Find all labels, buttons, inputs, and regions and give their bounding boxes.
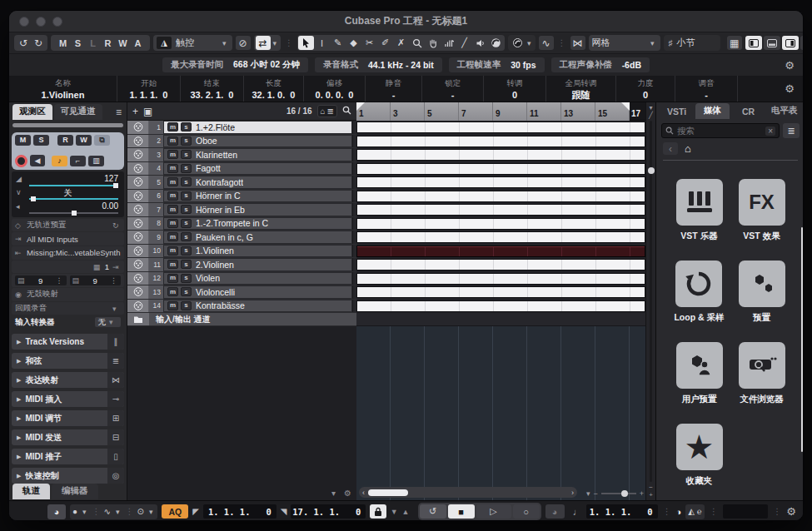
- automation-mode-dropdown[interactable]: ◮ 触控 ▾: [153, 35, 232, 51]
- info-field[interactable]: 开始 1. 1. 1. 0: [117, 76, 181, 102]
- sync-icon[interactable]: ℮: [697, 507, 702, 516]
- bank-selector[interactable]: ▤ 9 ⋮: [15, 275, 67, 285]
- inspector-section-header[interactable]: ▶ MIDI 插入 ⊸: [12, 391, 124, 407]
- info-field[interactable]: 全局转调 跟随: [546, 76, 616, 102]
- midi-part[interactable]: [356, 286, 645, 298]
- transport-setup-gear-icon[interactable]: ⚙: [786, 505, 796, 518]
- media-search-box[interactable]: ×: [661, 123, 780, 138]
- track-mute-button[interactable]: m: [167, 164, 178, 173]
- metronome-icon[interactable]: ◭: [688, 507, 695, 516]
- track-solo-button[interactable]: s: [181, 301, 192, 310]
- left-locator-icon[interactable]: ◤: [192, 507, 199, 516]
- info-field[interactable]: 名称 1.Violinen: [9, 76, 117, 102]
- audition-tool[interactable]: [472, 36, 488, 50]
- line-tool[interactable]: ╱: [456, 36, 472, 50]
- find-track-button[interactable]: [342, 106, 351, 117]
- tile-file-browser[interactable]: 文件浏览器: [739, 342, 785, 405]
- reload-icon[interactable]: ↻: [112, 221, 121, 230]
- rack-tab[interactable]: CR: [731, 105, 765, 119]
- zoom-in-icon[interactable]: +: [640, 489, 644, 498]
- vertical-zoom-out-icon[interactable]: −: [649, 484, 653, 491]
- common-record-modes-icon[interactable]: ◕: [47, 504, 66, 519]
- retrospective-record-button[interactable]: ◕: [545, 504, 565, 519]
- automation-letter-button[interactable]: S: [71, 38, 85, 48]
- track-list-gear-icon[interactable]: ⚙: [344, 489, 351, 498]
- record-enable-button[interactable]: [15, 155, 27, 167]
- track-solo-button[interactable]: s: [181, 232, 192, 241]
- back-button[interactable]: ‹: [663, 142, 678, 155]
- midi-part[interactable]: [356, 231, 645, 243]
- left-locator-display[interactable]: 1. 1. 1. 0: [203, 504, 276, 519]
- empty-grid-area[interactable]: [356, 326, 645, 500]
- drum-keys-icon[interactable]: ▥: [88, 156, 104, 166]
- media-search-input[interactable]: [677, 126, 762, 136]
- midi-part[interactable]: [356, 300, 645, 312]
- spinner-icon[interactable]: ⋮: [56, 276, 64, 285]
- track-main[interactable]: m s Violoncelli: [163, 285, 352, 299]
- right-locator-display[interactable]: 17. 1. 1. 0: [291, 504, 366, 519]
- track-main[interactable]: m s Klarinetten: [163, 148, 352, 161]
- mute-tool[interactable]: ✗: [393, 36, 409, 50]
- info-field[interactable]: 转调 0: [484, 76, 546, 102]
- minimize-window-button[interactable]: [36, 17, 46, 27]
- midi-part[interactable]: [356, 191, 645, 202]
- track-solo-button[interactable]: s: [181, 274, 192, 283]
- read-automation-button[interactable]: R: [57, 135, 73, 146]
- scroll-left-icon[interactable]: ‹: [362, 489, 365, 497]
- io-folder-track[interactable]: 输入/输出 通道: [127, 313, 356, 326]
- track-solo-button[interactable]: s: [181, 177, 192, 186]
- spinner-icon[interactable]: ⋮: [110, 276, 118, 285]
- hand-tool[interactable]: [425, 36, 441, 50]
- track-row[interactable]: 9 m s Pauken in c, G: [127, 231, 356, 245]
- lower-zone-button[interactable]: [764, 36, 780, 50]
- track-row[interactable]: 11 m s 2.Violinen: [127, 258, 356, 272]
- track-solo-button[interactable]: s: [181, 287, 192, 296]
- pan-slider[interactable]: ∨ 关: [16, 187, 120, 201]
- inspector-section-header[interactable]: ▶ MIDI 调节 ⊞: [12, 410, 124, 426]
- info-field[interactable]: 锁定 -: [422, 76, 484, 102]
- record-button[interactable]: ○: [513, 504, 540, 519]
- horizontal-scrollbar[interactable]: ‹ ›: [359, 487, 577, 498]
- track-main[interactable]: m s Hörner in Eb: [163, 203, 352, 216]
- track-mute-button[interactable]: m: [167, 136, 178, 146]
- solo-button[interactable]: S: [33, 135, 49, 146]
- midi-part[interactable]: [356, 176, 645, 188]
- track-mute-button[interactable]: m: [167, 260, 178, 269]
- track-height-icon[interactable]: ╱: [649, 112, 653, 119]
- info-field-value[interactable]: 0: [512, 89, 517, 101]
- delay-handle[interactable]: [72, 211, 77, 216]
- info-field-value[interactable]: 0: [643, 89, 648, 101]
- program-selector[interactable]: ▤ 9 ⋮: [70, 275, 122, 285]
- setup-window-layout-button[interactable]: [800, 36, 804, 50]
- ruler-bar-label[interactable]: 9: [493, 102, 527, 121]
- track-row[interactable]: 13 m s Violoncelli: [127, 285, 356, 300]
- close-window-button[interactable]: [19, 17, 29, 27]
- color-menu[interactable]: ▾: [508, 35, 536, 51]
- split-tool[interactable]: ✂: [361, 36, 377, 50]
- info-field-value[interactable]: 32. 1. 0. 0: [252, 89, 296, 101]
- ruler-bar-label[interactable]: 7: [459, 102, 493, 121]
- track-main[interactable]: m s 1.-2.Trompete in C: [163, 217, 352, 231]
- track-row[interactable]: 1 m s 1.+2.Flöte: [127, 121, 356, 135]
- status-chip[interactable]: 工程帧速率 30 fps: [449, 57, 545, 72]
- track-mute-button[interactable]: m: [167, 122, 178, 132]
- midi-part[interactable]: [356, 136, 645, 147]
- track-main[interactable]: m s Oboe: [163, 135, 352, 148]
- automation-letter-button[interactable]: R: [101, 38, 115, 48]
- info-field[interactable]: 力度 0: [616, 76, 675, 102]
- info-field-value[interactable]: 33. 2. 1. 0: [191, 89, 234, 101]
- input-transformer-dropdown[interactable]: 无 ▾: [95, 317, 122, 327]
- info-field-value[interactable]: 跟随: [572, 89, 590, 101]
- automation-letter-button[interactable]: W: [116, 38, 130, 48]
- ruler-bar-label[interactable]: 11: [527, 102, 561, 121]
- snap-toggle-button[interactable]: ⋈: [570, 36, 585, 50]
- mute-button[interactable]: M: [15, 135, 31, 146]
- info-field[interactable]: 偏移 0. 0. 0. 0: [304, 76, 366, 102]
- track-mute-button[interactable]: m: [167, 219, 178, 228]
- status-chip[interactable]: 录音格式 44.1 kHz - 24 bit: [315, 57, 442, 72]
- range-selection-tool[interactable]: I: [314, 36, 330, 50]
- track-main[interactable]: m s Fagott: [163, 162, 352, 176]
- status-line-gear-icon[interactable]: ⚙: [785, 59, 795, 72]
- rack-tab[interactable]: 媒体: [695, 103, 730, 119]
- channel-edit-button[interactable]: ⧉: [94, 135, 110, 146]
